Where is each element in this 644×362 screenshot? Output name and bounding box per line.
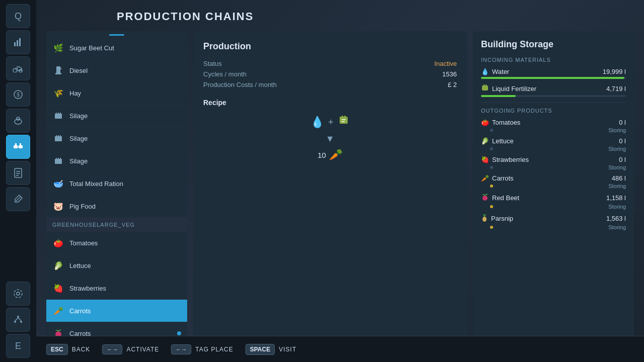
pig-food-icon: 🐷 [52,200,64,212]
list-item-lettuce[interactable]: 🥬 Lettuce [46,254,187,277]
section-greenhouse: GREENHOUSELARGE_VEG [46,218,187,232]
list-item-label: Tomatoes [69,239,181,247]
list-panel: 🌿 Sugar Beet Cut Diesel 🌾 Hay Silage [46,31,187,362]
tag-place-button[interactable]: ←→ TAG PLACE [171,344,233,354]
svg-rect-52 [486,84,487,86]
list-item-carrots[interactable]: 🥕 Carrots [46,300,187,322]
svg-point-8 [17,117,20,120]
svg-rect-13 [20,143,21,145]
fertilizer-label: Liquid Fertilizer [492,85,536,93]
carrots-dot [490,185,493,188]
carrots-status: Storing [608,183,626,189]
lettuce-amount: 0 l [619,137,626,145]
strawberries-amount: 0 l [619,156,626,163]
svg-point-54 [482,217,487,222]
e-label: E [15,341,21,351]
product-lettuce: 🥬 Lettuce 0 l Storing [481,137,626,152]
svg-rect-40 [60,158,61,159]
product-strawberries: 🍓 Strawberries 0 l Storing [481,156,626,170]
carrots-icon: 🥕 [52,305,64,317]
sidebar-btn-production[interactable] [6,135,30,159]
red-beet-storage-label: Red Beet [492,194,519,202]
material-water-header: 💧 Water 19,999 l [481,68,626,75]
svg-line-56 [485,214,486,217]
list-item-label: Strawberries [69,285,181,292]
production-title: Production [203,41,457,52]
svg-rect-9 [14,145,18,148]
product-lettuce-header: 🥬 Lettuce 0 l [481,137,626,145]
carrots-storage-label: Carrots [492,174,514,182]
svg-rect-14 [15,168,22,177]
sidebar-btn-settings[interactable] [6,282,30,306]
sidebar-btn-money[interactable]: $ [6,82,30,107]
svg-point-20 [14,290,22,298]
panels-row: 🌿 Sugar Beet Cut Diesel 🌾 Hay Silage [46,31,634,362]
water-label: Water [492,68,509,75]
svg-rect-2 [19,38,21,46]
outgoing-title: OUTGOING PRODUCTS [481,108,626,114]
recipe-section: Recipe 💧 + ▼ 10 🥕 [203,99,457,161]
svg-rect-29 [55,114,62,119]
esc-back-button[interactable]: ESC BACK [46,344,90,355]
list-item-diesel[interactable]: Diesel [46,59,187,82]
tomatoes-amount: 0 l [619,119,626,126]
bottom-toolbar: ESC BACK ←→ ACTIVATE ←→ TAG PLACE SPACE … [36,336,644,362]
red-beet-dot [490,205,493,208]
sidebar-btn-stats[interactable] [6,30,30,54]
svg-rect-27 [55,73,61,74]
lettuce-label: Lettuce [492,137,514,145]
silage-3-icon [52,155,64,167]
svg-point-22 [14,321,16,323]
recipe-display: 💧 + ▼ 10 🥕 [203,115,457,161]
svg-rect-30 [56,113,57,114]
svg-rect-10 [19,145,23,148]
list-item-total-mixed-ration[interactable]: 🥣 Total Mixed Ration [46,172,187,195]
visit-button[interactable]: SPACE VISIT [246,344,296,355]
list-item-hay[interactable]: 🌾 Hay [46,82,187,105]
production-stats: Status Inactive Cycles / month 1536 Prod… [203,60,457,88]
water-amount: 19,999 l [603,68,626,75]
sidebar-btn-tools[interactable] [6,187,30,211]
recipe-output: 10 🥕 [317,148,343,161]
sidebar-btn-tractor[interactable] [6,56,30,80]
list-item-strawberries[interactable]: 🍓 Strawberries [46,277,187,300]
list-item-sugar-beet-cut[interactable]: 🌿 Sugar Beet Cut [46,37,187,59]
recipe-arrow-icon: ▼ [326,134,335,144]
svg-rect-31 [58,113,59,114]
activate-button[interactable]: ←→ ACTIVATE [102,344,159,354]
sidebar-btn-q[interactable]: Q [6,4,30,28]
svg-point-53 [482,196,488,201]
list-item-pig-food[interactable]: 🐷 Pig Food [46,195,187,218]
svg-rect-47 [344,116,346,117]
back-label: BACK [72,346,91,353]
list-item-silage-3[interactable]: Silage [46,150,187,172]
sidebar-btn-e[interactable]: E [6,334,30,358]
sidebar-btn-animals[interactable] [6,109,30,133]
list-item-silage-1[interactable]: Silage [46,105,187,127]
strawberries-dot [490,166,493,169]
fertilizer-icon [481,84,489,94]
carrots-storage-icon: 🥕 [481,174,489,182]
product-red-beet-header: Red Beet 1,158 l [481,193,626,203]
svg-rect-1 [17,40,18,46]
sidebar-btn-nodes[interactable] [6,308,30,332]
list-item-label: Lettuce [69,262,181,269]
material-fertilizer-header: Liquid Fertilizer 4,719 l [481,84,626,94]
plus-sign: + [328,117,334,128]
material-water-name: 💧 Water [481,68,509,75]
sidebar-btn-tasks[interactable] [6,161,30,185]
fertilizer-amount: 4,719 l [606,85,626,93]
status-label: Status [203,60,222,67]
svg-point-19 [17,292,20,295]
list-item-tomatoes[interactable]: 🍅 Tomatoes [46,232,187,254]
carrots-amount: 486 l [612,174,626,182]
cycles-row: Cycles / month 1536 [203,70,457,78]
costs-value: £ 2 [448,81,457,88]
list-item-label: Hay [69,89,181,97]
product-parsnip-name: Parsnip [481,214,513,223]
list-item-label: Diesel [69,67,181,74]
svg-rect-45 [340,117,348,124]
product-tomatoes: 🍅 Tomatoes 0 l Storing [481,119,626,133]
product-carrots-header: 🥕 Carrots 486 l [481,174,626,182]
list-item-silage-2[interactable]: Silage [46,127,187,150]
